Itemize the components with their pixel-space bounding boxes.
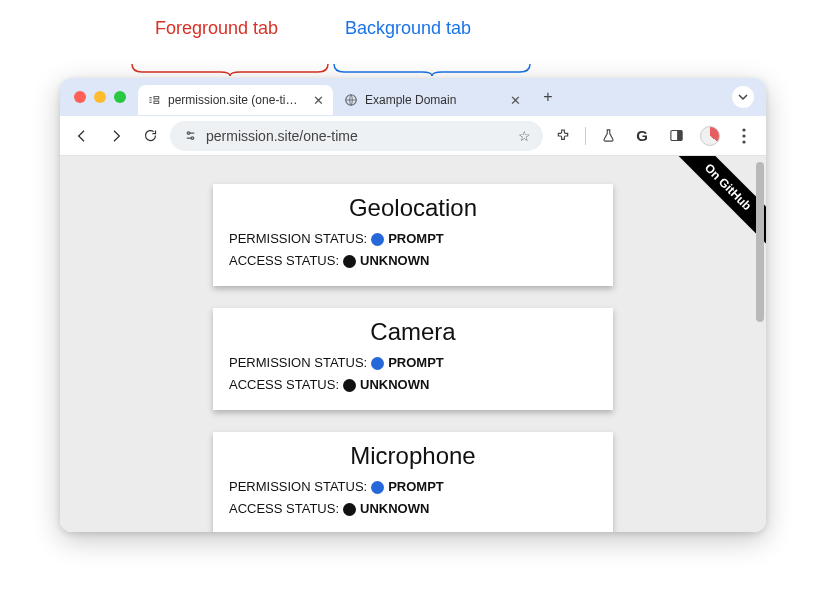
tab-foreground[interactable]: permission.site (one-time) ✕ bbox=[138, 85, 333, 115]
new-tab-button[interactable]: + bbox=[536, 85, 560, 109]
card-camera[interactable]: Camera PERMISSION STATUS: PROMPT ACCESS … bbox=[213, 308, 613, 410]
svg-point-7 bbox=[742, 140, 745, 143]
tab-background[interactable]: Example Domain ✕ bbox=[335, 85, 530, 115]
access-label: ACCESS STATUS: bbox=[229, 374, 339, 396]
site-settings-icon[interactable] bbox=[182, 128, 198, 144]
annotation-background-label: Background tab bbox=[345, 18, 471, 39]
url-text: permission.site/one-time bbox=[206, 128, 510, 144]
globe-favicon-icon bbox=[343, 92, 359, 108]
svg-point-2 bbox=[191, 137, 194, 140]
tab-title: Example Domain bbox=[365, 93, 502, 107]
extensions-icon[interactable] bbox=[549, 122, 577, 150]
reload-button[interactable] bbox=[136, 122, 164, 150]
scrollbar[interactable] bbox=[756, 162, 764, 322]
permission-value: PROMPT bbox=[388, 228, 444, 250]
tab-title: permission.site (one-time) bbox=[168, 93, 305, 107]
card-title: Geolocation bbox=[229, 194, 597, 222]
brace-background bbox=[332, 62, 532, 78]
status-dot-blue-icon bbox=[371, 233, 384, 246]
status-dot-black-icon bbox=[343, 255, 356, 268]
browser-window: permission.site (one-time) ✕ Example Dom… bbox=[60, 78, 766, 532]
tabs-dropdown-button[interactable] bbox=[732, 86, 754, 108]
access-label: ACCESS STATUS: bbox=[229, 250, 339, 272]
annotation-layer: Foreground tab Background tab bbox=[0, 18, 826, 78]
minimize-window-button[interactable] bbox=[94, 91, 106, 103]
status-dot-blue-icon bbox=[371, 481, 384, 494]
close-tab-icon[interactable]: ✕ bbox=[311, 93, 325, 107]
permission-value: PROMPT bbox=[388, 352, 444, 374]
permission-favicon-icon bbox=[146, 92, 162, 108]
card-title: Camera bbox=[229, 318, 597, 346]
close-window-button[interactable] bbox=[74, 91, 86, 103]
page-content: On GitHub Geolocation PERMISSION STATUS:… bbox=[60, 156, 766, 532]
forward-button[interactable] bbox=[102, 122, 130, 150]
profile-avatar[interactable] bbox=[696, 122, 724, 150]
svg-point-1 bbox=[187, 132, 190, 135]
status-dot-black-icon bbox=[343, 379, 356, 392]
svg-point-5 bbox=[742, 128, 745, 131]
window-controls bbox=[74, 91, 126, 103]
brace-foreground bbox=[130, 62, 330, 78]
toolbar: permission.site/one-time ☆ G bbox=[60, 116, 766, 156]
card-title: Microphone bbox=[229, 442, 597, 470]
maximize-window-button[interactable] bbox=[114, 91, 126, 103]
back-button[interactable] bbox=[68, 122, 96, 150]
permission-label: PERMISSION STATUS: bbox=[229, 352, 367, 374]
tab-strip: permission.site (one-time) ✕ Example Dom… bbox=[60, 78, 766, 116]
permission-row: PERMISSION STATUS: PROMPT bbox=[229, 352, 597, 374]
toolbar-separator bbox=[585, 127, 586, 145]
labs-flask-icon[interactable] bbox=[594, 122, 622, 150]
access-label: ACCESS STATUS: bbox=[229, 498, 339, 520]
svg-rect-4 bbox=[677, 131, 682, 141]
status-dot-black-icon bbox=[343, 503, 356, 516]
access-value: UNKNOWN bbox=[360, 498, 429, 520]
access-value: UNKNOWN bbox=[360, 250, 429, 272]
address-bar[interactable]: permission.site/one-time ☆ bbox=[170, 121, 543, 151]
status-dot-blue-icon bbox=[371, 357, 384, 370]
side-panel-icon[interactable] bbox=[662, 122, 690, 150]
access-row: ACCESS STATUS: UNKNOWN bbox=[229, 374, 597, 396]
card-geolocation[interactable]: Geolocation PERMISSION STATUS: PROMPT AC… bbox=[213, 184, 613, 286]
svg-point-6 bbox=[742, 134, 745, 137]
permission-row: PERMISSION STATUS: PROMPT bbox=[229, 228, 597, 250]
permission-label: PERMISSION STATUS: bbox=[229, 228, 367, 250]
menu-dots-icon[interactable] bbox=[730, 122, 758, 150]
access-row: ACCESS STATUS: UNKNOWN bbox=[229, 250, 597, 272]
close-tab-icon[interactable]: ✕ bbox=[508, 93, 522, 107]
access-row: ACCESS STATUS: UNKNOWN bbox=[229, 498, 597, 520]
cards-container: Geolocation PERMISSION STATUS: PROMPT AC… bbox=[60, 156, 766, 532]
permission-label: PERMISSION STATUS: bbox=[229, 476, 367, 498]
permission-row: PERMISSION STATUS: PROMPT bbox=[229, 476, 597, 498]
access-value: UNKNOWN bbox=[360, 374, 429, 396]
annotation-foreground-label: Foreground tab bbox=[155, 18, 278, 39]
bookmark-star-icon[interactable]: ☆ bbox=[518, 128, 531, 144]
card-microphone[interactable]: Microphone PERMISSION STATUS: PROMPT ACC… bbox=[213, 432, 613, 532]
permission-value: PROMPT bbox=[388, 476, 444, 498]
google-g-icon[interactable]: G bbox=[628, 122, 656, 150]
